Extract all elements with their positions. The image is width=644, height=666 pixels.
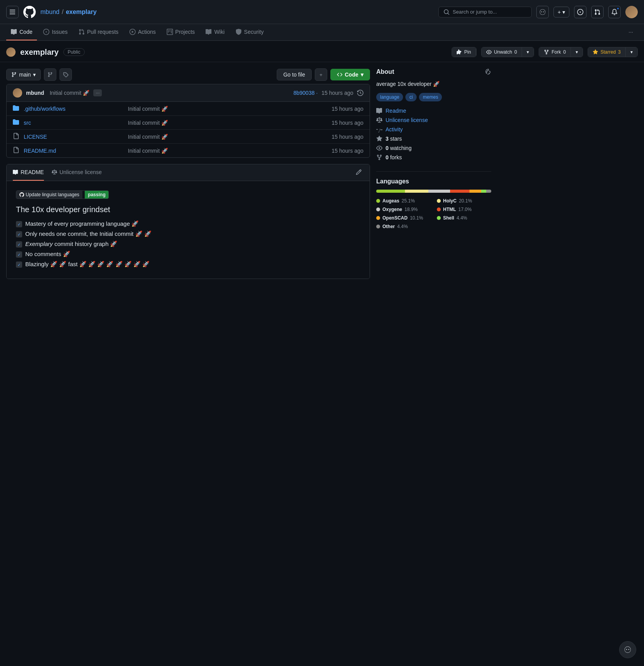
stat-watching[interactable]: 0 watching	[376, 143, 491, 153]
commit-avatar	[13, 88, 22, 98]
commit-options[interactable]: ···	[93, 89, 102, 96]
unwatch-button[interactable]: Unwatch 0	[482, 47, 522, 57]
nav-security[interactable]: Security	[231, 24, 269, 40]
fork-dropdown[interactable]: ▾	[571, 47, 583, 57]
file-toolbar: main ▾ Go to file + Code ▾	[6, 68, 370, 81]
fork-button-group: Fork 0 ▾	[539, 47, 583, 57]
languages-section: Languages Augeas 25.1% HolyC	[376, 178, 491, 230]
file-name-workflows[interactable]: .github/workflows	[24, 106, 123, 112]
commit-author[interactable]: mbund	[26, 90, 44, 96]
code-dropdown-icon: ▾	[361, 71, 363, 78]
star-button[interactable]: Starred 3	[588, 47, 626, 57]
repo-name[interactable]: exemplary	[20, 48, 59, 57]
lang-pct-augeas: 25.1%	[401, 198, 415, 204]
search-bar[interactable]: Search or jump to...	[438, 7, 532, 17]
file-time-src: 15 hours ago	[332, 120, 363, 126]
pull-requests-nav-button[interactable]	[591, 6, 604, 18]
go-to-file-button[interactable]: Go to file	[277, 69, 312, 80]
topic-memes[interactable]: memes	[419, 93, 442, 101]
lang-stat-html[interactable]: HTML 17.0%	[437, 207, 491, 212]
user-avatar[interactable]	[625, 6, 638, 18]
file-commit-src: Initial commit 🚀	[128, 120, 327, 126]
languages-title: Languages	[376, 178, 491, 185]
lang-name-oxygene: Oxygene	[382, 207, 402, 212]
history-icon[interactable]	[357, 90, 363, 96]
lang-name-other: Other	[382, 224, 395, 229]
file-commit-workflows: Initial commit 🚀	[128, 106, 327, 112]
stat-forks[interactable]: 0 forks	[376, 153, 491, 162]
tab-license-label: Unlicense license	[59, 169, 102, 175]
nav-wiki[interactable]: Wiki	[201, 24, 229, 40]
branch-selector[interactable]: main ▾	[6, 69, 41, 80]
repo-link[interactable]: exemplary	[66, 9, 96, 16]
topic-language[interactable]: language	[376, 93, 403, 101]
settings-icon[interactable]	[485, 69, 491, 75]
tags-button[interactable]	[59, 68, 72, 81]
nav-actions-label: Actions	[138, 29, 156, 35]
language-bar	[376, 190, 491, 193]
nav-projects[interactable]: Projects	[162, 24, 200, 40]
stat-stars[interactable]: 3 stars	[376, 134, 491, 143]
stat-readme-label: Readme	[386, 108, 406, 114]
lang-stat-shell[interactable]: Shell 4.4%	[437, 215, 491, 221]
star-dropdown[interactable]: ▾	[626, 47, 637, 57]
file-name-license[interactable]: LICENSE	[24, 134, 123, 140]
commit-hash[interactable]: 8b90038 ·	[293, 90, 318, 96]
unwatch-count: 0	[515, 49, 517, 55]
fork-button[interactable]: Fork 0	[539, 47, 571, 57]
readme-tabs: README Unlicense license	[7, 164, 370, 181]
lang-bar-openscad	[469, 190, 481, 193]
branch-history-button[interactable]	[44, 68, 56, 81]
issues-nav-button[interactable]	[574, 6, 586, 18]
file-name-readme[interactable]: README.md	[24, 148, 123, 154]
fork-label: Fork	[552, 49, 561, 55]
nav-pullrequests[interactable]: Pull requests	[74, 24, 123, 40]
watch-dropdown[interactable]: ▾	[522, 47, 534, 57]
ci-badge-left: Update linguist languages	[16, 191, 82, 199]
hamburger-button[interactable]	[6, 6, 19, 18]
lang-stat-holyc[interactable]: HolyC 20.1%	[437, 198, 491, 204]
nav-code[interactable]: Code	[6, 24, 37, 40]
lang-dot-holyc	[437, 199, 441, 203]
pin-button[interactable]: Pin	[452, 47, 476, 57]
nav-more[interactable]: ···	[624, 24, 638, 40]
stat-license-label: Unlicense license	[386, 117, 428, 123]
edit-readme-button[interactable]	[354, 167, 363, 178]
repo-owner-avatar	[6, 47, 16, 57]
about-header: About	[376, 68, 491, 75]
copilot-fab-button[interactable]	[619, 641, 636, 658]
about-title: About	[376, 68, 394, 75]
tab-readme[interactable]: README	[13, 164, 44, 181]
tab-license[interactable]: Unlicense license	[52, 164, 102, 181]
nav-actions[interactable]: Actions	[125, 24, 161, 40]
code-button[interactable]: Code ▾	[330, 69, 370, 80]
commit-message: Initial commit 🚀	[50, 90, 90, 96]
stat-activity[interactable]: Activity	[376, 125, 491, 134]
nav-issues[interactable]: Issues	[38, 24, 72, 40]
owner-link[interactable]: mbund	[40, 9, 59, 16]
file-commit-readme: Initial commit 🚀	[128, 148, 327, 154]
copilot-nav-button[interactable]	[536, 6, 549, 18]
lang-stat-oxygene[interactable]: Oxygene 18.9%	[376, 207, 431, 212]
ci-badge[interactable]: Update linguist languages passing	[16, 190, 109, 199]
notifications-button[interactable]	[608, 6, 621, 18]
create-new-button[interactable]: + ▾	[553, 7, 569, 17]
lang-stat-other[interactable]: Other 4.4%	[376, 224, 431, 229]
file-name-src[interactable]: src	[24, 120, 123, 126]
topic-ci[interactable]: ci	[405, 93, 417, 101]
go-to-file-label: Go to file	[283, 71, 305, 78]
file-time-readme: 15 hours ago	[332, 148, 363, 154]
add-file-button[interactable]: +	[315, 68, 327, 81]
topic-tags: language ci memes	[376, 93, 491, 101]
nav-projects-label: Projects	[175, 29, 195, 35]
lang-name-augeas: Augeas	[382, 198, 399, 204]
stat-license[interactable]: Unlicense license	[376, 115, 491, 125]
lang-stat-openscad[interactable]: OpenSCAD 10.1%	[376, 215, 431, 221]
lang-stat-augeas[interactable]: Augeas 25.1%	[376, 198, 431, 204]
lang-bar-holyc	[405, 190, 428, 193]
stat-readme[interactable]: Readme	[376, 106, 491, 115]
lang-dot-oxygene	[376, 207, 380, 211]
ci-right-text: passing	[85, 191, 108, 199]
github-logo[interactable]	[23, 6, 36, 18]
plus-icon: +	[558, 9, 561, 15]
